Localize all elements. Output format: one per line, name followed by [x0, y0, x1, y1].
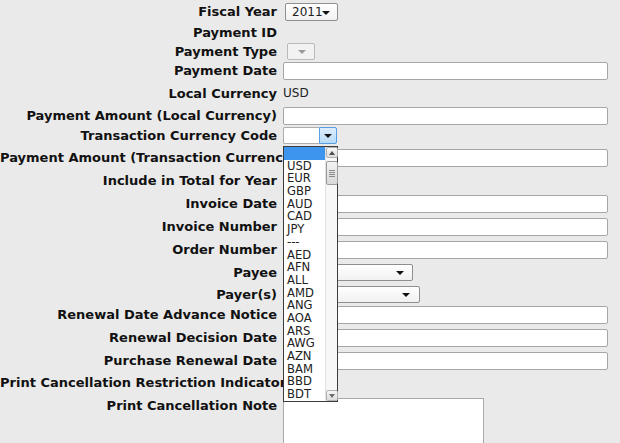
fiscal-year-value: 2011 — [292, 5, 323, 19]
currency-option[interactable]: AZN — [284, 350, 325, 363]
currency-dropdown-options: USD EUR GBP AUD CAD JPY --- AED AFN ALL … — [284, 147, 325, 401]
payee-label: Payee — [0, 265, 277, 280]
payment-type-select — [287, 43, 315, 60]
currency-option[interactable]: ALL — [284, 274, 325, 287]
currency-dropdown-list: USD EUR GBP AUD CAD JPY --- AED AFN ALL … — [283, 146, 338, 402]
dropdown-arrow-icon — [402, 293, 410, 297]
transaction-currency-input[interactable] — [283, 127, 319, 144]
print-cancellation-note-textarea[interactable] — [283, 398, 484, 443]
payment-amount-local-input[interactable] — [283, 107, 608, 125]
row-payment-type: Payment Type — [0, 42, 620, 60]
scrollbar-grip-icon — [329, 170, 335, 177]
currency-option[interactable]: AFN — [284, 261, 325, 274]
scrollbar-down-button[interactable] — [326, 390, 338, 401]
local-currency-value: USD — [283, 86, 309, 100]
print-cancellation-restriction-label: Print Cancellation Restriction Indicator — [0, 375, 277, 390]
transaction-currency-combobox — [283, 127, 337, 144]
renewal-decision-date-label: Renewal Decision Date — [0, 330, 277, 345]
payment-date-label: Payment Date — [0, 63, 277, 78]
dropdown-arrow-icon — [322, 11, 330, 15]
fiscal-year-select[interactable]: 2011 — [285, 3, 338, 21]
row-payment-amount-local: Payment Amount (Local Currency) — [0, 106, 620, 125]
invoice-date-label: Invoice Date — [0, 196, 277, 211]
currency-option[interactable]: GBP — [284, 185, 325, 198]
transaction-currency-code-label: Transaction Currency Code — [0, 128, 277, 143]
scrollbar-up-icon — [329, 151, 335, 155]
row-fiscal-year: Fiscal Year 2011 — [0, 2, 620, 21]
transaction-currency-dropdown-button[interactable] — [319, 127, 337, 144]
print-cancellation-note-label: Print Cancellation Note — [0, 398, 277, 413]
payment-date-input[interactable] — [283, 62, 608, 80]
currency-option[interactable]: BDT — [284, 388, 325, 401]
currency-option[interactable] — [284, 147, 325, 160]
payment-amount-local-label: Payment Amount (Local Currency) — [0, 108, 277, 123]
dropdown-arrow-icon — [298, 50, 306, 54]
row-payment-id: Payment ID — [0, 24, 620, 40]
currency-option[interactable]: AOA — [284, 312, 325, 325]
include-in-total-label: Include in Total for Year — [0, 173, 277, 188]
currency-option[interactable]: --- — [284, 236, 325, 249]
scrollbar-up-button[interactable] — [326, 147, 338, 158]
payment-amount-transaction-label: Payment Amount (Transaction Currency) — [0, 150, 277, 165]
local-currency-label: Local Currency — [0, 86, 277, 101]
dropdown-arrow-icon — [396, 271, 404, 275]
renewal-date-advance-notice-label: Renewal Date Advance Notice — [0, 307, 277, 322]
fiscal-year-label: Fiscal Year — [0, 4, 277, 19]
row-payment-date: Payment Date — [0, 61, 620, 80]
payment-id-label: Payment ID — [0, 25, 277, 40]
purchase-renewal-date-label: Purchase Renewal Date — [0, 353, 277, 368]
row-print-cancellation-note: Print Cancellation Note — [0, 398, 620, 443]
scrollbar-thumb[interactable] — [326, 161, 338, 185]
currency-dropdown-scrollbar[interactable] — [325, 147, 337, 401]
order-number-label: Order Number — [0, 242, 277, 257]
scrollbar-down-icon — [329, 394, 335, 398]
invoice-number-label: Invoice Number — [0, 219, 277, 234]
payment-type-label: Payment Type — [0, 44, 277, 59]
row-local-currency: Local Currency USD — [0, 85, 620, 101]
currency-option[interactable]: JPY — [284, 223, 325, 236]
payers-label: Payer(s) — [0, 287, 277, 302]
dropdown-arrow-icon — [324, 134, 332, 138]
row-transaction-currency-code: Transaction Currency Code — [0, 127, 620, 144]
